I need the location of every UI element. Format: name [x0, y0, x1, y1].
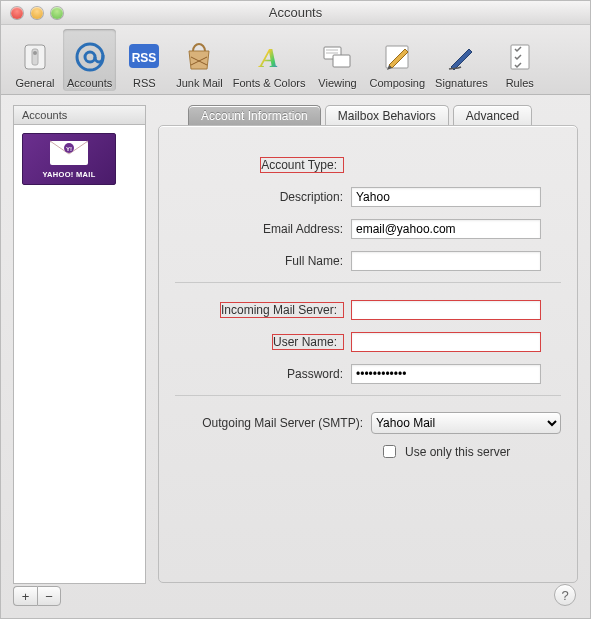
- remove-account-button[interactable]: −: [37, 586, 61, 606]
- svg-rect-9: [333, 55, 350, 67]
- toolbar-label: Signatures: [435, 77, 488, 89]
- accounts-preferences-window: Accounts General Accounts RSS RSS Junk M: [0, 0, 591, 619]
- content-pane: Account Information Mailbox Behaviors Ad…: [158, 105, 578, 606]
- svg-point-2: [33, 51, 37, 55]
- fonts-colors-icon: A: [251, 39, 287, 75]
- toolbar-general[interactable]: General: [9, 29, 61, 91]
- add-account-button[interactable]: +: [13, 586, 37, 606]
- use-only-this-server-label: Use only this server: [405, 445, 510, 459]
- toolbar-accounts[interactable]: Accounts: [63, 29, 116, 91]
- rules-icon: [502, 39, 538, 75]
- compose-icon: [379, 39, 415, 75]
- toolbar-label: RSS: [133, 77, 156, 89]
- fullname-label: Full Name:: [175, 254, 351, 268]
- description-label: Description:: [175, 190, 351, 204]
- help-button[interactable]: ?: [554, 584, 576, 606]
- toolbar-label: General: [15, 77, 54, 89]
- panel: Account Type: Description: Email Address…: [158, 125, 578, 583]
- toolbar-composing[interactable]: Composing: [365, 29, 429, 91]
- password-input[interactable]: [351, 364, 541, 384]
- svg-point-3: [77, 44, 103, 70]
- sidebar: Accounts Y! YAHOO! MAIL + −: [13, 105, 146, 606]
- at-sign-icon: [72, 39, 108, 75]
- toolbar-signatures[interactable]: Signatures: [431, 29, 492, 91]
- toolbar-label: Rules: [506, 77, 534, 89]
- toolbar: General Accounts RSS RSS Junk Mail A: [1, 25, 590, 95]
- envelope-icon: Y!: [49, 140, 89, 166]
- viewing-icon: [319, 39, 355, 75]
- sidebar-header: Accounts: [13, 105, 146, 124]
- smtp-label: Outgoing Mail Server (SMTP):: [175, 416, 371, 430]
- email-input[interactable]: [351, 219, 541, 239]
- accounts-list[interactable]: Y! YAHOO! MAIL: [13, 124, 146, 584]
- fullname-input[interactable]: [351, 251, 541, 271]
- description-input[interactable]: [351, 187, 541, 207]
- account-brand-label: YAHOO! MAIL: [42, 170, 95, 179]
- svg-text:RSS: RSS: [132, 51, 157, 65]
- toolbar-label: Viewing: [318, 77, 356, 89]
- body: Accounts Y! YAHOO! MAIL + − Account Info…: [1, 95, 590, 618]
- username-label: User Name:: [175, 335, 351, 349]
- junk-bag-icon: [181, 39, 217, 75]
- account-type-label: Account Type:: [175, 158, 351, 172]
- tabs: Account Information Mailbox Behaviors Ad…: [188, 105, 578, 126]
- incoming-server-label: Incoming Mail Server:: [175, 303, 351, 317]
- toolbar-junk[interactable]: Junk Mail: [172, 29, 226, 91]
- username-input[interactable]: [351, 332, 541, 352]
- tab-mailbox-behaviors[interactable]: Mailbox Behaviors: [325, 105, 449, 126]
- password-label: Password:: [175, 367, 351, 381]
- separator: [175, 282, 561, 283]
- separator: [175, 395, 561, 396]
- toolbar-label: Junk Mail: [176, 77, 222, 89]
- smtp-select[interactable]: Yahoo Mail: [371, 412, 561, 434]
- incoming-server-input[interactable]: [351, 300, 541, 320]
- switch-icon: [17, 39, 53, 75]
- titlebar: Accounts: [1, 1, 590, 25]
- add-remove-group: + −: [13, 586, 146, 606]
- help-icon: ?: [561, 588, 568, 603]
- toolbar-label: Accounts: [67, 77, 112, 89]
- toolbar-fonts[interactable]: A Fonts & Colors: [229, 29, 310, 91]
- tab-advanced[interactable]: Advanced: [453, 105, 532, 126]
- toolbar-label: Fonts & Colors: [233, 77, 306, 89]
- account-item-yahoo[interactable]: Y! YAHOO! MAIL: [22, 133, 116, 185]
- svg-text:Y!: Y!: [66, 146, 72, 152]
- toolbar-label: Composing: [369, 77, 425, 89]
- signature-pen-icon: [443, 39, 479, 75]
- email-label: Email Address:: [175, 222, 351, 236]
- toolbar-rss[interactable]: RSS RSS: [118, 29, 170, 91]
- rss-icon: RSS: [126, 39, 162, 75]
- tab-account-information[interactable]: Account Information: [188, 105, 321, 126]
- use-only-this-server-checkbox[interactable]: [383, 445, 396, 458]
- window-title: Accounts: [1, 5, 590, 20]
- toolbar-rules[interactable]: Rules: [494, 29, 546, 91]
- toolbar-viewing[interactable]: Viewing: [311, 29, 363, 91]
- svg-text:A: A: [258, 42, 279, 73]
